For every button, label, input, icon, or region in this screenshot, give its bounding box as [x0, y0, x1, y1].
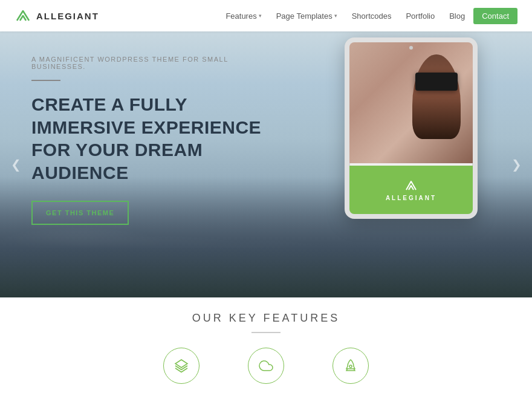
svg-point-1 — [349, 365, 352, 368]
nav-item-shortcodes[interactable]: Shortcodes — [346, 8, 398, 24]
feature-layers-icon — [163, 348, 199, 384]
nav: Features ▾ Page Templates ▾ Shortcodes P… — [219, 8, 517, 24]
logo-icon — [15, 7, 31, 24]
logo-text: ALLEGIANT — [36, 11, 99, 21]
features-divider — [251, 332, 281, 333]
tablet-mockup: ALLEGIANT — [345, 37, 478, 219]
nav-item-features[interactable]: Features ▾ — [219, 8, 267, 24]
hero-subtitle: A MAGNIFICENT WORDPRESS THEME FOR SMALL … — [31, 56, 273, 70]
hero-next-arrow[interactable]: ❯ — [507, 155, 526, 174]
tablet-screen: ALLEGIANT — [349, 42, 473, 214]
chevron-down-icon: ▾ — [259, 13, 262, 19]
features-section: OUR KEY FEATURES — [0, 297, 532, 396]
chevron-down-icon: ▾ — [334, 13, 337, 19]
get-theme-button[interactable]: GET THIS THEME — [31, 201, 129, 225]
hero-prev-arrow[interactable]: ❮ — [6, 155, 25, 174]
nav-item-page-templates[interactable]: Page Templates ▾ — [270, 8, 343, 24]
features-icons — [0, 348, 532, 384]
tablet-bottom-bar: ALLEGIANT — [349, 166, 473, 214]
nav-item-portfolio[interactable]: Portfolio — [400, 8, 441, 24]
hero-section: A MAGNIFICENT WORDPRESS THEME FOR SMALL … — [0, 31, 532, 297]
svg-marker-0 — [175, 360, 187, 368]
hero-divider — [31, 80, 60, 81]
logo[interactable]: ALLEGIANT — [15, 7, 99, 24]
header: ALLEGIANT Features ▾ Page Templates ▾ Sh… — [0, 0, 532, 31]
hero-content: A MAGNIFICENT WORDPRESS THEME FOR SMALL … — [31, 56, 273, 225]
tablet-camera — [409, 46, 413, 50]
nav-item-blog[interactable]: Blog — [443, 8, 471, 24]
tablet-logo-text: ALLEGIANT — [386, 195, 436, 201]
feature-cloud-icon — [248, 348, 284, 384]
feature-rocket-icon — [332, 348, 369, 384]
hero-title: CREATE A FULLY IMMERSIVE EXPERIENCE FOR … — [31, 93, 273, 184]
features-title: OUR KEY FEATURES — [0, 312, 532, 325]
nav-contact-button[interactable]: Contact — [473, 8, 517, 24]
tablet-photo — [349, 42, 473, 163]
tablet-frame: ALLEGIANT — [345, 37, 478, 219]
tablet-logo-icon — [404, 179, 418, 192]
